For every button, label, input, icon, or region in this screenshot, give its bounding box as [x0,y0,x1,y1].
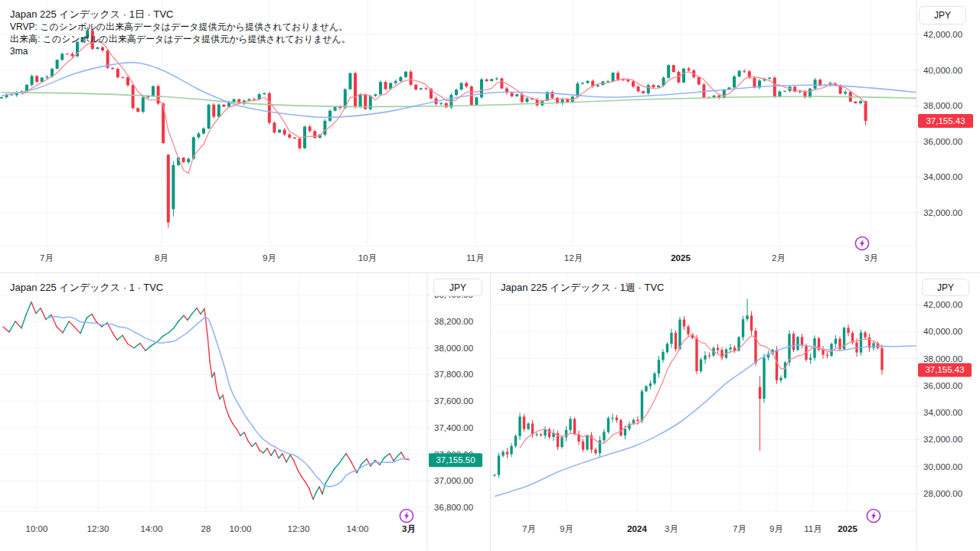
svg-text:34,000.00: 34,000.00 [923,172,962,181]
svg-text:36,800.00: 36,800.00 [434,503,473,512]
svg-text:2025: 2025 [838,524,858,533]
svg-text:28,000.00: 28,000.00 [923,489,962,498]
svg-text:40,000.00: 40,000.00 [923,66,962,75]
last-price-tag: 37,155.43 [918,363,972,377]
svg-text:37,155.43: 37,155.43 [926,116,965,126]
svg-text:36,000.00: 36,000.00 [923,137,962,146]
svg-text:32,000.00: 32,000.00 [923,435,962,444]
currency-toggle-button[interactable]: JPY [433,279,482,296]
time-axis[interactable]: 7月9月20243月7月9月11月2025 [522,524,858,533]
grid [0,0,916,246]
svg-text:12月: 12月 [564,253,583,262]
svg-text:9月: 9月 [560,524,573,533]
svg-text:37,600.00: 37,600.00 [434,396,473,406]
svg-text:14:00: 14:00 [347,524,369,533]
minute-chart-canvas[interactable]: 38,400.0038,200.0038,000.0037,800.0037,6… [0,273,490,550]
chart-panel-weekly[interactable]: 42,000.0040,000.0038,000.0036,000.0034,0… [491,273,980,551]
svg-text:42,000.00: 42,000.00 [923,30,962,39]
price-series [493,298,883,478]
chart-panel-minute[interactable]: 38,400.0038,200.0038,000.0037,800.0037,6… [0,273,491,551]
price-series [0,27,867,228]
svg-text:37,000.00: 37,000.00 [434,476,473,485]
svg-text:11月: 11月 [466,253,484,262]
grid [491,273,916,511]
svg-text:14:00: 14:00 [141,524,163,533]
weekly-chart-canvas[interactable]: 42,000.0040,000.0038,000.0036,000.0034,0… [491,273,980,550]
svg-text:9月: 9月 [263,253,276,262]
svg-text:28: 28 [201,524,211,533]
currency-toggle-button[interactable]: JPY [919,6,966,24]
svg-text:38,000.00: 38,000.00 [434,344,473,353]
svg-text:36,000.00: 36,000.00 [923,381,962,390]
svg-text:30,000.00: 30,000.00 [923,462,962,471]
svg-text:3月: 3月 [665,524,678,533]
price-axis[interactable]: 42,000.0040,000.0038,000.0036,000.0034,0… [491,273,962,550]
svg-text:2024: 2024 [627,524,647,533]
svg-text:10:00: 10:00 [230,524,252,533]
svg-text:2月: 2月 [772,253,786,262]
svg-text:12:30: 12:30 [87,524,109,533]
svg-text:8月: 8月 [155,253,168,262]
instant-order-bolt-icon[interactable] [854,235,871,252]
grid [0,273,427,511]
instant-order-bolt-icon[interactable] [398,507,415,524]
svg-text:38,000.00: 38,000.00 [923,354,962,364]
last-price-tag: 37,155.50 [429,453,482,467]
svg-text:2025: 2025 [671,253,691,262]
svg-text:3月: 3月 [402,524,416,533]
svg-text:34,000.00: 34,000.00 [923,408,962,417]
svg-text:42,000.00: 42,000.00 [923,300,962,309]
currency-toggle-button[interactable]: JPY [922,279,969,296]
svg-text:7月: 7月 [40,253,54,262]
svg-text:3月: 3月 [864,253,878,262]
svg-text:10:00: 10:00 [26,524,48,533]
svg-text:11月: 11月 [804,524,822,533]
daily-chart-canvas[interactable]: 42,000.0040,000.0038,000.0036,000.0034,0… [0,0,980,272]
svg-text:38,200.00: 38,200.00 [434,317,473,326]
svg-text:37,155.43: 37,155.43 [925,365,964,374]
svg-text:40,000.00: 40,000.00 [923,327,962,336]
last-price-tag: 37,155.43 [918,114,973,128]
time-axis[interactable]: 10:0012:3014:002810:0012:3014:003月 [26,524,416,533]
moving-averages [2,41,916,174]
instant-order-bolt-icon[interactable] [865,507,882,524]
time-axis[interactable]: 7月8月9月10月11月12月20252月3月 [40,253,878,262]
svg-text:10月: 10月 [358,253,377,262]
moving-averages [46,317,409,487]
svg-text:12:30: 12:30 [288,524,310,533]
svg-text:32,000.00: 32,000.00 [923,208,962,217]
svg-text:7月: 7月 [733,524,746,533]
price-axis[interactable]: 42,000.0040,000.0038,000.0036,000.0034,0… [0,0,962,272]
chart-panel-daily[interactable]: 42,000.0040,000.0038,000.0036,000.0034,0… [0,0,980,273]
svg-text:37,155.50: 37,155.50 [436,455,475,465]
svg-text:37,400.00: 37,400.00 [434,423,473,432]
svg-text:9月: 9月 [769,524,783,533]
svg-text:37,800.00: 37,800.00 [434,370,473,379]
svg-text:38,000.00: 38,000.00 [923,101,962,110]
svg-text:7月: 7月 [522,524,536,533]
